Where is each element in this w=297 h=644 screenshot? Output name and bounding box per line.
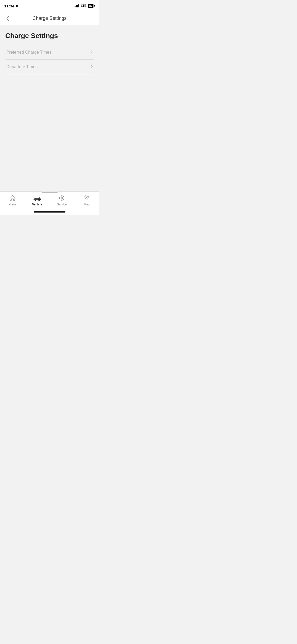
main-content: Charge Settings Preferred Charge Times D… [0,25,99,74]
departure-times-label: Departure Times [6,65,37,69]
svg-point-4 [86,196,87,197]
location-icon [15,4,18,7]
home-icon [9,194,16,202]
preferred-charge-times-item[interactable]: Preferred Charge Times [5,45,94,60]
lte-label: LTE [81,4,87,8]
svg-point-0 [35,199,36,201]
tab-active-indicator [42,192,58,192]
home-indicator [34,211,65,213]
tab-service[interactable]: Service [50,194,74,206]
chevron-right-icon [91,50,93,55]
chevron-right-icon-2 [91,65,93,69]
back-button[interactable] [4,14,12,23]
map-icon [83,194,90,202]
chevron-icon-svg-2 [91,65,93,68]
page-title: Charge Settings [5,32,94,40]
status-time: 11:34 [4,4,18,8]
tab-map-label: Map [84,203,89,206]
settings-list: Preferred Charge Times Departure Times [5,45,94,74]
departure-times-item[interactable]: Departure Times [5,60,94,74]
status-bar: 11:34 LTE 87 [0,0,99,12]
tab-vehicle[interactable]: Vehicle [25,194,50,206]
nav-title: Charge Settings [32,16,67,21]
tab-vehicle-label: Vehicle [32,203,42,206]
service-icon [58,194,65,202]
svg-point-3 [61,197,63,199]
svg-point-1 [38,199,40,201]
nav-header: Charge Settings [0,12,99,25]
chevron-icon-svg [91,50,93,54]
tab-service-label: Service [57,203,67,206]
tab-map[interactable]: Map [74,194,99,206]
preferred-charge-times-label: Preferred Charge Times [6,50,51,55]
signal-bars-icon [74,4,79,7]
back-chevron-icon [6,16,10,21]
status-icons: LTE 87 [74,4,95,8]
tab-home-label: Home [8,203,16,206]
battery-icon: 87 [88,4,95,8]
tab-home[interactable]: Home [0,194,25,206]
vehicle-icon [34,194,41,202]
